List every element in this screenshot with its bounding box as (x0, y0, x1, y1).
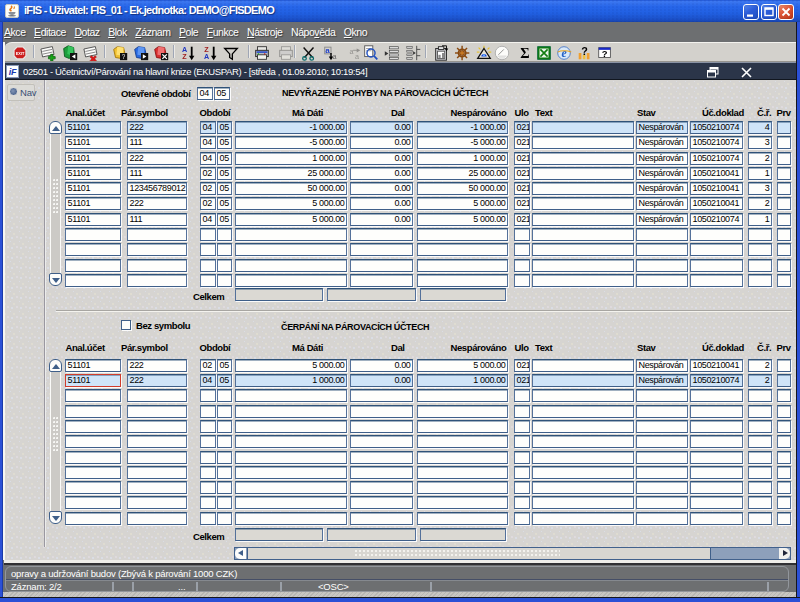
svg-text:A: A (204, 52, 209, 61)
svg-text:?: ? (602, 49, 608, 60)
svg-text:a: a (350, 47, 354, 56)
svg-text:e: e (561, 47, 566, 60)
svg-text:?: ? (581, 45, 588, 57)
svg-text:?: ? (122, 53, 126, 60)
svg-text:EXIT: EXIT (16, 52, 25, 56)
svg-text:a: a (333, 52, 337, 61)
svg-text:Σ: Σ (520, 45, 529, 61)
svg-text:Z: Z (182, 52, 187, 61)
svg-text:a: a (355, 52, 359, 61)
